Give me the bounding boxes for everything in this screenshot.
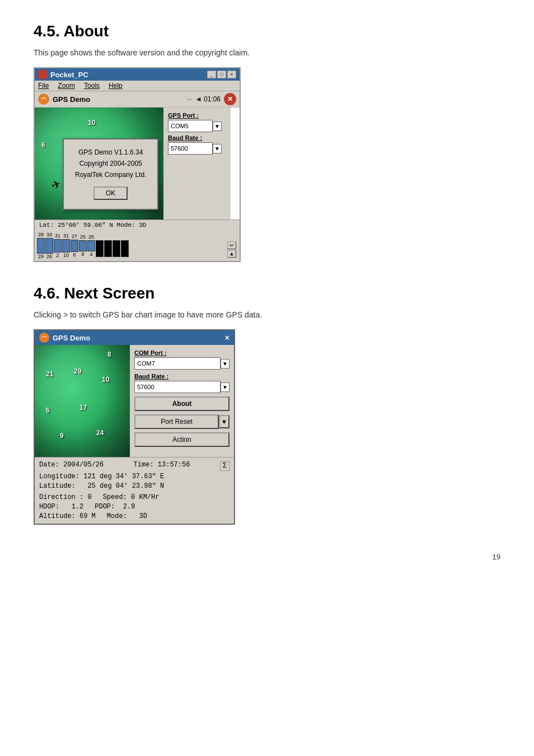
- black-bar-4: [121, 240, 129, 257]
- sig-bar-28: 28 29: [37, 232, 45, 259]
- about-line1: GPS Demo V1.1.6.34: [75, 148, 146, 156]
- titlebar-buttons: _ □ ×: [207, 71, 236, 78]
- sat-17: 17: [79, 404, 87, 412]
- about-line3: RoyalTek Company Ltd.: [75, 171, 146, 179]
- titlebar-45: Pocket_PC _ □ ×: [35, 68, 240, 81]
- maximize-button[interactable]: □: [217, 71, 226, 78]
- direction-item: Direction : 0: [39, 493, 92, 501]
- com-port-label: COM Port :: [134, 349, 229, 356]
- menu-file[interactable]: File: [38, 82, 49, 90]
- appbar-right: ··· ◄ 01:06 ✕: [187, 93, 236, 105]
- sig-bar-31a: 31 2: [54, 234, 62, 258]
- right-panel-45: GPS Port : ▼ Baud Rate : ▼: [163, 108, 231, 220]
- close-x-button[interactable]: ×: [225, 333, 229, 342]
- section-45-heading: 4.5. About: [34, 22, 500, 40]
- latitude-row: Latitude: 25 deg 04' 23.98" N: [39, 482, 229, 490]
- window-46: GPS Demo × 8 21 29 10 6 17 9 24 COM Port…: [34, 329, 235, 525]
- close-circle[interactable]: ✕: [224, 93, 236, 105]
- gps-demo-icon: [38, 94, 49, 105]
- sig-bar-25a: 25 8: [79, 235, 87, 257]
- baud-rate-input-46[interactable]: [134, 381, 221, 393]
- altitude-mode-row: Altitude: 69 M Mode: 3D: [39, 512, 229, 520]
- statusbar-45: Lat: 25°00' 59.06" N Mode: 3D: [35, 220, 240, 230]
- sigma-icon[interactable]: Σ: [220, 461, 229, 471]
- about-dialog: GPS Demo V1.1.6.34 Copyright 2004-2005 R…: [63, 138, 158, 210]
- speed-item: Speed: 0 KM/Hr: [103, 493, 160, 501]
- svg-point-0: [40, 96, 47, 102]
- sig-bar-25b: 25 4: [87, 235, 95, 257]
- signal-dots: ···: [187, 96, 192, 102]
- sat-21: 21: [46, 370, 53, 378]
- action-button[interactable]: Action: [134, 432, 229, 447]
- sat-24: 24: [96, 429, 104, 437]
- port-reset-row: Port Reset ▼: [134, 414, 229, 429]
- date-time-row: Date: 2004/05/26 Time: 13:57:56 Σ: [39, 461, 229, 471]
- com-port-dropdown[interactable]: ▼: [221, 359, 229, 368]
- port-reset-dropdown[interactable]: ▼: [219, 415, 229, 428]
- baud-rate-label: Baud Rate :: [168, 134, 226, 141]
- com-port-input[interactable]: [134, 357, 221, 370]
- sat-6: 6: [41, 141, 45, 149]
- gps-port-dropdown[interactable]: ▼: [213, 122, 222, 131]
- hdop-pdop-row: HDOP: 1.2 PDOP: 2.9: [39, 503, 229, 511]
- appbar-45: GPS Demo ··· ◄ 01:06 ✕: [35, 91, 240, 108]
- titlebar-left: Pocket_PC: [38, 70, 88, 79]
- page-number: 19: [0, 547, 534, 572]
- close-button[interactable]: ×: [227, 71, 236, 78]
- menubar-45: File Zoom Tools Help: [35, 81, 240, 91]
- port-reset-button[interactable]: Port Reset: [134, 414, 219, 429]
- appbar-time: ◄ 01:06: [195, 95, 221, 103]
- titlebar-46: GPS Demo ×: [35, 330, 234, 345]
- date-label: Date: 2004/05/26: [39, 461, 104, 471]
- scroll-back-button[interactable]: ↩: [227, 241, 236, 249]
- mode-item: Mode: 3D: [107, 512, 147, 520]
- globe-overlay-46: [35, 345, 130, 457]
- about-line2: Copyright 2004-2005: [75, 160, 146, 167]
- app-body-46: 8 21 29 10 6 17 9 24 COM Port : ▼ Baud R…: [35, 345, 234, 457]
- sig-bar-27: 27 6: [71, 234, 78, 258]
- gps-port-input[interactable]: [168, 120, 213, 132]
- section-46-desc: Clicking > to switch GPS bar chart image…: [34, 310, 500, 319]
- section-46-heading: 4.6. Next Screen: [34, 284, 500, 302]
- section-45-desc: This page shows the software version and…: [34, 48, 500, 57]
- menu-zoom[interactable]: Zoom: [58, 82, 75, 90]
- ok-button[interactable]: OK: [93, 186, 128, 200]
- minimize-button[interactable]: _: [207, 71, 216, 78]
- app-body-45: 6 10 8 ✈ GPS Port : ▼ Baud Rate : ▼: [35, 108, 240, 220]
- hdop-item: HDOP: 1.2: [39, 503, 83, 511]
- scroll-up-button[interactable]: ▲: [227, 250, 236, 258]
- sat-10-46: 10: [102, 376, 109, 384]
- scroll-area: ↩ ▲: [227, 241, 236, 258]
- titlebar46-left: GPS Demo: [39, 333, 90, 343]
- baud-rate-dropdown[interactable]: ▼: [213, 144, 222, 153]
- sig-bar-31b: 31 10: [62, 234, 70, 258]
- appbar-left: GPS Demo: [38, 94, 90, 105]
- black-bar-1: [96, 240, 104, 257]
- appbar-title: GPS Demo: [53, 95, 90, 104]
- baud-rate-dropdown-46[interactable]: ▼: [221, 382, 229, 392]
- altitude-item: Altitude: 69 M: [39, 512, 96, 520]
- black-bar-3: [113, 240, 120, 257]
- sat-10: 10: [88, 119, 95, 127]
- globe-46: 8 21 29 10 6 17 9 24: [35, 345, 130, 457]
- black-bar-2: [104, 240, 112, 257]
- menu-help[interactable]: Help: [109, 82, 123, 90]
- sat-29: 29: [74, 367, 81, 375]
- sat-9: 9: [60, 432, 64, 440]
- titlebar-icon: [38, 70, 47, 79]
- direction-speed-row: Direction : 0 Speed: 0 KM/Hr: [39, 493, 229, 501]
- gps-port-label: GPS Port :: [168, 112, 226, 119]
- titlebar-title: Pocket_PC: [50, 71, 88, 79]
- pdop-item: PDOP: 2.9: [95, 503, 135, 511]
- window-45: Pocket_PC _ □ × File Zoom Tools Help: [34, 67, 241, 262]
- baud-rate-input[interactable]: [168, 142, 213, 155]
- gps-icon-46: [39, 333, 49, 343]
- titlebar46-title: GPS Demo: [53, 334, 90, 342]
- about-button[interactable]: About: [134, 396, 229, 411]
- sig-bar-33: 33 26: [45, 232, 53, 259]
- sat-8-46: 8: [107, 351, 111, 358]
- sat-6-46: 6: [46, 407, 50, 414]
- menu-tools[interactable]: Tools: [84, 82, 100, 90]
- info-section-46: Date: 2004/05/26 Time: 13:57:56 Σ Longit…: [35, 457, 234, 524]
- right-panel-46: COM Port : ▼ Baud Rate : ▼ About Port Re…: [130, 345, 234, 457]
